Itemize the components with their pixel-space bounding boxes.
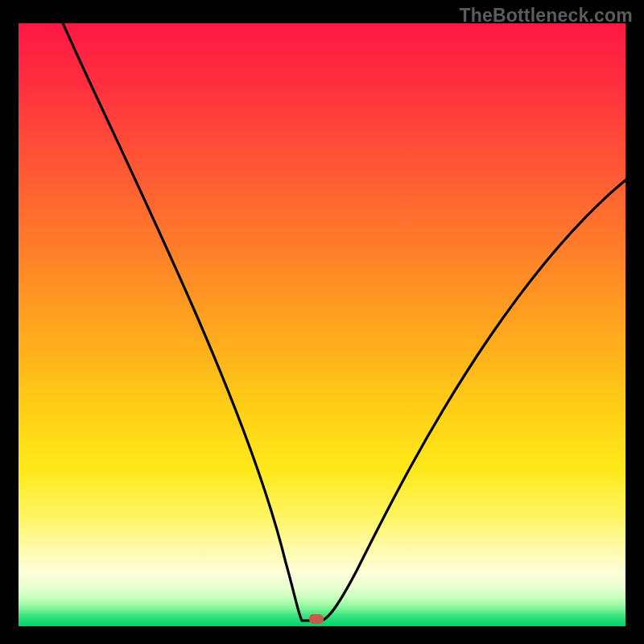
chart-frame: TheBottleneck.com	[0, 0, 644, 644]
bottleneck-curve	[19, 23, 625, 626]
plot-area	[19, 23, 625, 626]
minimum-marker	[309, 614, 324, 624]
watermark-text: TheBottleneck.com	[459, 5, 633, 27]
curve-path	[61, 23, 625, 621]
